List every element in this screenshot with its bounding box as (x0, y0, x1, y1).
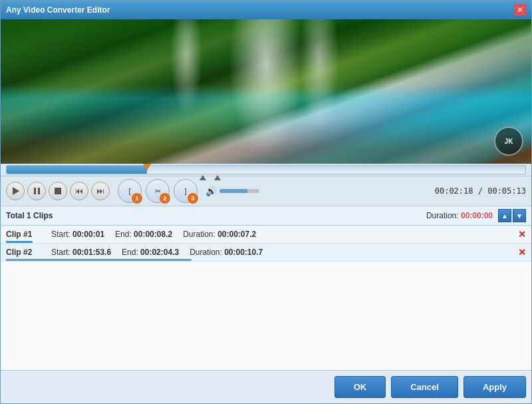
clip-row: Clip #2 Start: 00:01:53.6 End: 00:02:04.… (1, 244, 531, 262)
apply-button[interactable]: Apply (464, 376, 526, 398)
video-frame: JK (1, 19, 531, 164)
skip-back-icon: ⏮ (75, 186, 83, 196)
badge-1: 1 (132, 193, 142, 204)
badge-3: 3 (188, 193, 198, 204)
reorder-buttons: ▲ ▼ (498, 209, 526, 222)
split-icon: ✂ (155, 187, 161, 196)
clips-list: Clip #1 Start: 00:00:01 End: 00:00:08.2 … (1, 226, 531, 370)
seek-bar-thumb (143, 164, 151, 170)
clip-delete-button[interactable]: ✕ (518, 229, 526, 240)
play-icon (13, 187, 19, 195)
clip-name: Clip #1 (6, 230, 46, 239)
volume-icon: 🔊 (205, 186, 217, 196)
play-button[interactable] (6, 182, 25, 200)
mark-out-button[interactable]: ] 3 (174, 179, 198, 203)
volume-slider[interactable] (219, 189, 259, 193)
volume-area: 🔊 (205, 186, 259, 196)
clip-duration-label: Duration: 00:00:10.7 (190, 248, 263, 257)
mark-in-button[interactable]: [ 1 (118, 179, 142, 203)
title-bar: Any Video Converter Editor ✕ (1, 1, 531, 19)
clip-start-label: Start: 00:00:01 (51, 230, 104, 239)
watermark: JK (494, 126, 523, 156)
window-title: Any Video Converter Editor (6, 5, 110, 15)
badge-2: 2 (160, 193, 170, 204)
seek-bar-area (1, 164, 531, 176)
clip-info: Start: 00:00:01 End: 00:00:08.2 Duration… (51, 230, 513, 239)
skip-back-button[interactable]: ⏮ (70, 182, 88, 200)
stop-button[interactable] (49, 182, 67, 200)
clip-row: Clip #1 Start: 00:00:01 End: 00:00:08.2 … (1, 226, 531, 244)
clip-marker-1 (200, 175, 206, 180)
clip-delete-button[interactable]: ✕ (518, 247, 526, 258)
clip-marker-2 (214, 175, 221, 180)
cancel-button[interactable]: Cancel (391, 376, 458, 398)
clips-header: Total 1 Clips Duration: 00:00:00 ▲ ▼ (1, 206, 531, 226)
clip-duration-label: Duration: 00:00:07.2 (183, 230, 256, 239)
stop-icon (55, 188, 61, 194)
video-preview-area: JK (1, 19, 531, 164)
main-window: Any Video Converter Editor ✕ JK (0, 0, 532, 404)
clips-count-label: Total 1 Clips (6, 211, 426, 220)
split-button[interactable]: ✂ 2 (146, 179, 170, 203)
close-button[interactable]: ✕ (514, 4, 526, 16)
video-overlay (1, 19, 531, 164)
mark-out-icon: ] (184, 187, 186, 195)
clip-start-label: Start: 00:01:53.6 (51, 248, 111, 257)
clip-name: Clip #2 (6, 248, 46, 257)
move-up-button[interactable]: ▲ (498, 209, 511, 222)
seek-bar-fill (7, 166, 147, 174)
clip-info: Start: 00:01:53.6 End: 00:02:04.3 Durati… (51, 248, 513, 257)
seek-bar[interactable] (6, 165, 526, 174)
skip-forward-button[interactable]: ⏭ (91, 182, 110, 200)
time-display: 00:02:18 / 00:05:13 (435, 186, 526, 196)
pause-button[interactable] (27, 182, 46, 200)
clips-duration-label: Duration: 00:00:00 (426, 211, 493, 220)
clip-end-label: End: 00:02:04.3 (122, 248, 179, 257)
mark-in-icon: [ (128, 187, 130, 195)
clip-end-label: End: 00:00:08.2 (115, 230, 172, 239)
clip-progress-bar (6, 259, 192, 261)
move-down-button[interactable]: ▼ (513, 209, 526, 222)
pause-icon (34, 188, 40, 194)
clip-progress-bar (6, 241, 33, 243)
skip-forward-icon: ⏭ (96, 186, 104, 196)
ok-button[interactable]: OK (334, 376, 386, 398)
footer: OK Cancel Apply (1, 370, 531, 403)
